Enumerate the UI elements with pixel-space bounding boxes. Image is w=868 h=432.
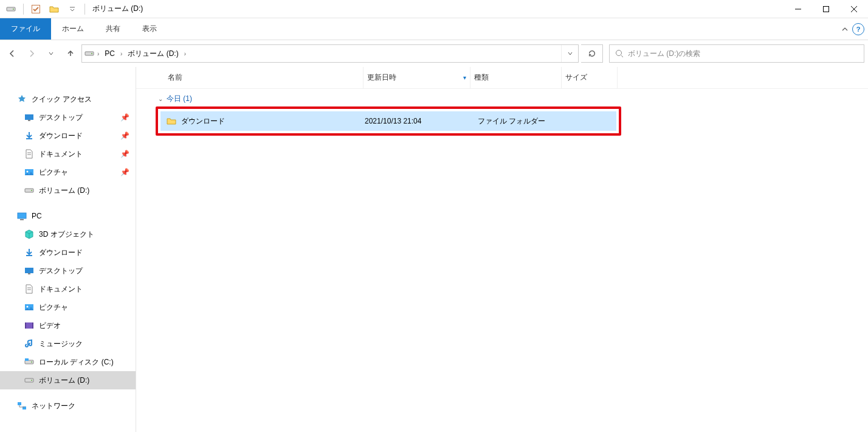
address-bar[interactable]: › PC › ボリューム (D:) › <box>81 44 579 63</box>
music-icon <box>24 339 34 349</box>
sidebar-item-desktop-pc[interactable]: デスクトップ <box>0 262 136 280</box>
column-name[interactable]: 名前▾ <box>164 67 363 88</box>
svg-line-11 <box>621 55 623 57</box>
recent-dropdown[interactable] <box>43 45 60 62</box>
sidebar-item-music[interactable]: ミュージック <box>0 335 136 353</box>
sidebar-item-downloads-pc[interactable]: ダウンロード <box>0 243 136 262</box>
tab-view[interactable]: 表示 <box>131 18 168 40</box>
close-button[interactable] <box>840 0 868 18</box>
checkbox-icon[interactable] <box>29 2 43 16</box>
sidebar-item-label: ピクチャ <box>39 167 68 178</box>
column-label: 名前 <box>168 72 182 83</box>
sidebar-item-volume-d[interactable]: ボリューム (D:) <box>0 371 136 389</box>
sidebar-item-label: ダウンロード <box>39 248 83 258</box>
ribbon: ファイル ホーム 共有 表示 ? <box>0 18 868 40</box>
sidebar-item-3d-objects[interactable]: 3D オブジェクト <box>0 225 136 243</box>
sidebar-item-label: ドキュメント <box>39 149 83 159</box>
sidebar-item-label: ピクチャ <box>39 302 68 313</box>
ribbon-collapse-icon[interactable] <box>841 26 849 33</box>
file-name: ダウンロード <box>181 116 225 127</box>
navigation-pane: クイック アクセス デスクトップ 📌 ダウンロード 📌 ドキュメント 📌 ピクチ… <box>0 67 136 432</box>
video-icon <box>24 321 34 330</box>
file-list: 名前▾ 更新日時▾ 種類▾ サイズ▾ ⌄ 今日 (1) ダウンロード 2021/… <box>136 67 868 432</box>
chevron-down-icon: ⌄ <box>158 96 163 102</box>
pin-icon: 📌 <box>120 150 129 158</box>
crumb-volume-d[interactable]: ボリューム (D:) <box>125 45 181 62</box>
sidebar-item-label: デスクトップ <box>39 113 83 123</box>
address-history-dropdown[interactable] <box>561 45 578 62</box>
chevron-right-icon[interactable]: › <box>182 51 188 57</box>
sidebar-item-label: PC <box>32 212 42 220</box>
sidebar-item-videos[interactable]: ビデオ <box>0 316 136 335</box>
crumb-pc[interactable]: PC <box>102 45 117 62</box>
refresh-button[interactable] <box>581 44 603 63</box>
search-box[interactable] <box>609 44 864 63</box>
minimize-button[interactable] <box>784 0 812 18</box>
chevron-right-icon[interactable]: › <box>95 51 101 57</box>
svg-rect-5 <box>824 7 829 12</box>
download-arrow-icon <box>24 248 34 257</box>
tab-home[interactable]: ホーム <box>51 18 95 40</box>
column-type[interactable]: 種類▾ <box>470 67 562 88</box>
sidebar-item-documents[interactable]: ドキュメント 📌 <box>0 145 136 163</box>
document-icon <box>24 149 34 159</box>
svg-point-20 <box>31 190 32 191</box>
back-button[interactable] <box>4 45 21 62</box>
help-button[interactable]: ? <box>852 23 864 35</box>
pc-icon <box>17 211 27 221</box>
sidebar-item-label: デスクトップ <box>39 266 83 276</box>
forward-button[interactable] <box>23 45 40 62</box>
column-label: サイズ <box>565 72 587 83</box>
sidebar-item-network[interactable]: ネットワーク <box>0 397 136 415</box>
sidebar-item-quick-access[interactable]: クイック アクセス <box>0 90 136 108</box>
sidebar-item-downloads[interactable]: ダウンロード 📌 <box>0 127 136 145</box>
tab-file[interactable]: ファイル <box>0 18 51 40</box>
search-icon <box>615 49 624 58</box>
pictures-icon <box>24 302 34 312</box>
file-row-downloads[interactable]: ダウンロード 2021/10/13 21:04 ファイル フォルダー <box>160 111 616 131</box>
tab-share[interactable]: 共有 <box>95 18 131 40</box>
highlight-annotation: ダウンロード 2021/10/13 21:04 ファイル フォルダー <box>156 106 621 136</box>
up-button[interactable] <box>62 45 79 62</box>
maximize-button[interactable] <box>812 0 840 18</box>
sidebar-item-label: ミュージック <box>39 339 83 349</box>
drive-icon <box>24 375 34 385</box>
svg-point-37 <box>31 380 32 381</box>
chevron-right-icon[interactable]: › <box>119 51 124 57</box>
column-label: 種類 <box>474 72 489 83</box>
search-input[interactable] <box>628 49 859 58</box>
svg-rect-12 <box>25 114 33 120</box>
sidebar-item-pc[interactable]: PC <box>0 207 136 225</box>
star-icon <box>17 94 27 104</box>
pin-icon: 📌 <box>120 113 129 122</box>
cube-icon <box>24 229 34 239</box>
sidebar-item-pictures-pc[interactable]: ピクチャ <box>0 298 136 316</box>
sidebar-item-label: ビデオ <box>39 321 61 331</box>
group-header-today[interactable]: ⌄ 今日 (1) <box>136 89 868 106</box>
column-label: 更新日時 <box>367 72 396 83</box>
file-type: ファイル フォルダー <box>478 116 569 127</box>
svg-point-29 <box>27 306 29 308</box>
drive-icon <box>24 357 34 367</box>
sidebar-item-label: ボリューム (D:) <box>39 186 89 196</box>
crumb-label: ボリューム (D:) <box>128 49 178 59</box>
sidebar-item-volume-d-quick[interactable]: ボリューム (D:) <box>0 181 136 200</box>
svg-rect-25 <box>28 273 30 274</box>
sidebar-item-label: 3D オブジェクト <box>39 229 94 240</box>
folder-icon <box>167 116 176 126</box>
svg-rect-22 <box>20 219 24 220</box>
folder-icon[interactable] <box>47 2 61 16</box>
sidebar-item-label: クイック アクセス <box>32 94 92 105</box>
svg-rect-31 <box>25 322 26 329</box>
sidebar-item-desktop[interactable]: デスクトップ 📌 <box>0 108 136 127</box>
sidebar-item-pictures[interactable]: ピクチャ 📌 <box>0 163 136 181</box>
column-headers: 名前▾ 更新日時▾ 種類▾ サイズ▾ <box>136 67 868 89</box>
column-date[interactable]: 更新日時▾ <box>363 67 470 88</box>
drive-icon <box>84 49 94 58</box>
pin-icon: 📌 <box>120 131 129 140</box>
sidebar-item-local-disk-c[interactable]: ローカル ディスク (C:) <box>0 353 136 371</box>
svg-point-18 <box>27 171 29 173</box>
sidebar-item-documents-pc[interactable]: ドキュメント <box>0 280 136 298</box>
column-size[interactable]: サイズ▾ <box>562 67 618 88</box>
qat-dropdown-icon[interactable] <box>65 2 80 16</box>
